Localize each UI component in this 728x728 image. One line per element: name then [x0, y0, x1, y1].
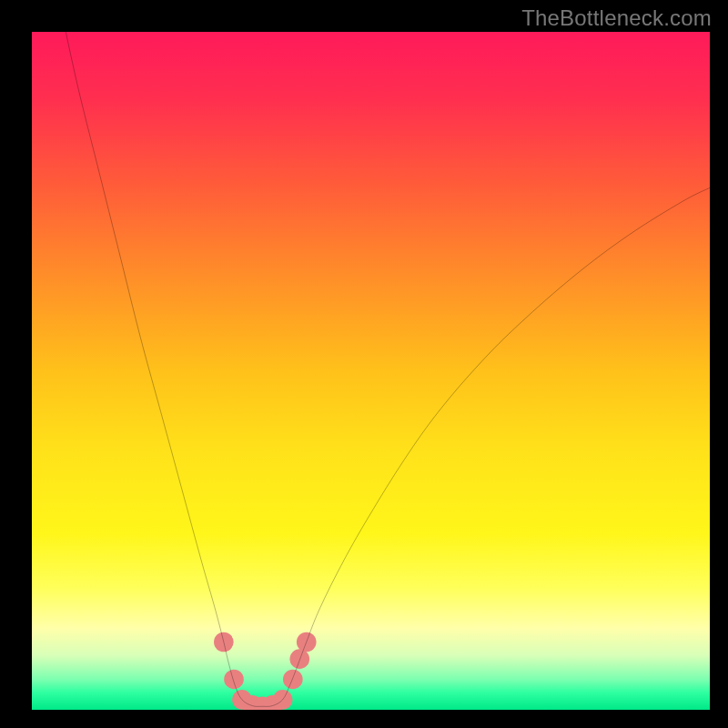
chart-stage: TheBottleneck.com: [0, 0, 728, 728]
curve-layer: [32, 32, 710, 710]
bottleneck-curve: [66, 32, 710, 706]
data-marker: [283, 670, 303, 690]
watermark-text: TheBottleneck.com: [521, 5, 712, 31]
marker-group: [214, 632, 316, 710]
data-marker: [224, 670, 244, 690]
plot-area: [32, 32, 710, 710]
data-marker: [289, 649, 309, 669]
